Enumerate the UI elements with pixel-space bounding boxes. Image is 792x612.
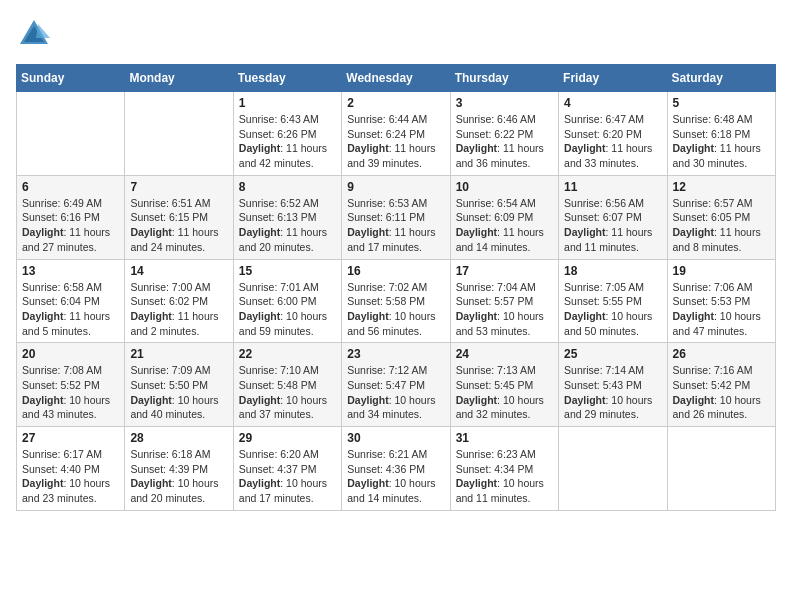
day-info: Sunrise: 7:02 AMSunset: 5:58 PMDaylight:… [347,280,444,339]
day-number: 4 [564,96,661,110]
day-number: 23 [347,347,444,361]
calendar-cell: 9Sunrise: 6:53 AMSunset: 6:11 PMDaylight… [342,175,450,259]
day-number: 2 [347,96,444,110]
calendar-cell: 3Sunrise: 6:46 AMSunset: 6:22 PMDaylight… [450,92,558,176]
day-number: 1 [239,96,336,110]
day-number: 24 [456,347,553,361]
day-info: Sunrise: 6:43 AMSunset: 6:26 PMDaylight:… [239,112,336,171]
svg-marker-2 [36,24,50,38]
calendar-header-sunday: Sunday [17,65,125,92]
day-info: Sunrise: 6:56 AMSunset: 6:07 PMDaylight:… [564,196,661,255]
day-info: Sunrise: 6:51 AMSunset: 6:15 PMDaylight:… [130,196,227,255]
calendar-cell: 5Sunrise: 6:48 AMSunset: 6:18 PMDaylight… [667,92,775,176]
day-info: Sunrise: 7:16 AMSunset: 5:42 PMDaylight:… [673,363,770,422]
day-info: Sunrise: 7:12 AMSunset: 5:47 PMDaylight:… [347,363,444,422]
day-info: Sunrise: 6:23 AMSunset: 4:34 PMDaylight:… [456,447,553,506]
calendar-header-tuesday: Tuesday [233,65,341,92]
day-number: 9 [347,180,444,194]
day-info: Sunrise: 7:09 AMSunset: 5:50 PMDaylight:… [130,363,227,422]
day-number: 18 [564,264,661,278]
day-info: Sunrise: 6:21 AMSunset: 4:36 PMDaylight:… [347,447,444,506]
day-number: 3 [456,96,553,110]
calendar-cell: 19Sunrise: 7:06 AMSunset: 5:53 PMDayligh… [667,259,775,343]
day-number: 5 [673,96,770,110]
calendar-cell: 22Sunrise: 7:10 AMSunset: 5:48 PMDayligh… [233,343,341,427]
day-number: 12 [673,180,770,194]
day-info: Sunrise: 7:00 AMSunset: 6:02 PMDaylight:… [130,280,227,339]
calendar-cell: 29Sunrise: 6:20 AMSunset: 4:37 PMDayligh… [233,427,341,511]
calendar-cell: 7Sunrise: 6:51 AMSunset: 6:15 PMDaylight… [125,175,233,259]
calendar-header-thursday: Thursday [450,65,558,92]
day-info: Sunrise: 6:49 AMSunset: 6:16 PMDaylight:… [22,196,119,255]
day-number: 20 [22,347,119,361]
calendar-cell: 10Sunrise: 6:54 AMSunset: 6:09 PMDayligh… [450,175,558,259]
day-info: Sunrise: 7:08 AMSunset: 5:52 PMDaylight:… [22,363,119,422]
calendar-cell: 20Sunrise: 7:08 AMSunset: 5:52 PMDayligh… [17,343,125,427]
calendar-cell [17,92,125,176]
day-info: Sunrise: 6:52 AMSunset: 6:13 PMDaylight:… [239,196,336,255]
day-number: 11 [564,180,661,194]
calendar-cell: 12Sunrise: 6:57 AMSunset: 6:05 PMDayligh… [667,175,775,259]
day-number: 15 [239,264,336,278]
day-info: Sunrise: 6:53 AMSunset: 6:11 PMDaylight:… [347,196,444,255]
day-info: Sunrise: 6:58 AMSunset: 6:04 PMDaylight:… [22,280,119,339]
calendar-cell: 25Sunrise: 7:14 AMSunset: 5:43 PMDayligh… [559,343,667,427]
calendar-cell: 27Sunrise: 6:17 AMSunset: 4:40 PMDayligh… [17,427,125,511]
day-number: 26 [673,347,770,361]
calendar-cell: 18Sunrise: 7:05 AMSunset: 5:55 PMDayligh… [559,259,667,343]
day-number: 13 [22,264,119,278]
calendar-cell [125,92,233,176]
day-info: Sunrise: 6:47 AMSunset: 6:20 PMDaylight:… [564,112,661,171]
calendar-cell: 28Sunrise: 6:18 AMSunset: 4:39 PMDayligh… [125,427,233,511]
day-number: 10 [456,180,553,194]
calendar-cell: 23Sunrise: 7:12 AMSunset: 5:47 PMDayligh… [342,343,450,427]
day-number: 14 [130,264,227,278]
calendar-cell: 8Sunrise: 6:52 AMSunset: 6:13 PMDaylight… [233,175,341,259]
day-number: 31 [456,431,553,445]
day-info: Sunrise: 6:57 AMSunset: 6:05 PMDaylight:… [673,196,770,255]
day-info: Sunrise: 6:46 AMSunset: 6:22 PMDaylight:… [456,112,553,171]
calendar-cell: 14Sunrise: 7:00 AMSunset: 6:02 PMDayligh… [125,259,233,343]
day-info: Sunrise: 7:05 AMSunset: 5:55 PMDaylight:… [564,280,661,339]
calendar-cell: 24Sunrise: 7:13 AMSunset: 5:45 PMDayligh… [450,343,558,427]
day-info: Sunrise: 7:01 AMSunset: 6:00 PMDaylight:… [239,280,336,339]
calendar-cell: 17Sunrise: 7:04 AMSunset: 5:57 PMDayligh… [450,259,558,343]
calendar-week-4: 20Sunrise: 7:08 AMSunset: 5:52 PMDayligh… [17,343,776,427]
day-info: Sunrise: 6:18 AMSunset: 4:39 PMDaylight:… [130,447,227,506]
calendar-header-saturday: Saturday [667,65,775,92]
day-number: 22 [239,347,336,361]
calendar-cell: 11Sunrise: 6:56 AMSunset: 6:07 PMDayligh… [559,175,667,259]
day-info: Sunrise: 7:14 AMSunset: 5:43 PMDaylight:… [564,363,661,422]
calendar-cell [559,427,667,511]
day-number: 27 [22,431,119,445]
calendar-week-3: 13Sunrise: 6:58 AMSunset: 6:04 PMDayligh… [17,259,776,343]
calendar-cell: 4Sunrise: 6:47 AMSunset: 6:20 PMDaylight… [559,92,667,176]
calendar-table: SundayMondayTuesdayWednesdayThursdayFrid… [16,64,776,511]
calendar-cell: 31Sunrise: 6:23 AMSunset: 4:34 PMDayligh… [450,427,558,511]
calendar-header-wednesday: Wednesday [342,65,450,92]
day-info: Sunrise: 7:04 AMSunset: 5:57 PMDaylight:… [456,280,553,339]
calendar-cell: 16Sunrise: 7:02 AMSunset: 5:58 PMDayligh… [342,259,450,343]
day-info: Sunrise: 6:44 AMSunset: 6:24 PMDaylight:… [347,112,444,171]
day-info: Sunrise: 6:17 AMSunset: 4:40 PMDaylight:… [22,447,119,506]
calendar-week-1: 1Sunrise: 6:43 AMSunset: 6:26 PMDaylight… [17,92,776,176]
day-number: 28 [130,431,227,445]
day-number: 29 [239,431,336,445]
calendar-cell: 6Sunrise: 6:49 AMSunset: 6:16 PMDaylight… [17,175,125,259]
day-number: 17 [456,264,553,278]
day-number: 8 [239,180,336,194]
calendar-cell [667,427,775,511]
calendar-cell: 13Sunrise: 6:58 AMSunset: 6:04 PMDayligh… [17,259,125,343]
day-number: 16 [347,264,444,278]
calendar-header-row: SundayMondayTuesdayWednesdayThursdayFrid… [17,65,776,92]
logo [16,16,56,52]
calendar-cell: 1Sunrise: 6:43 AMSunset: 6:26 PMDaylight… [233,92,341,176]
calendar-cell: 30Sunrise: 6:21 AMSunset: 4:36 PMDayligh… [342,427,450,511]
calendar-header-monday: Monday [125,65,233,92]
calendar-cell: 2Sunrise: 6:44 AMSunset: 6:24 PMDaylight… [342,92,450,176]
day-info: Sunrise: 7:10 AMSunset: 5:48 PMDaylight:… [239,363,336,422]
calendar-header-friday: Friday [559,65,667,92]
day-info: Sunrise: 7:06 AMSunset: 5:53 PMDaylight:… [673,280,770,339]
logo-icon [16,16,52,52]
day-number: 25 [564,347,661,361]
